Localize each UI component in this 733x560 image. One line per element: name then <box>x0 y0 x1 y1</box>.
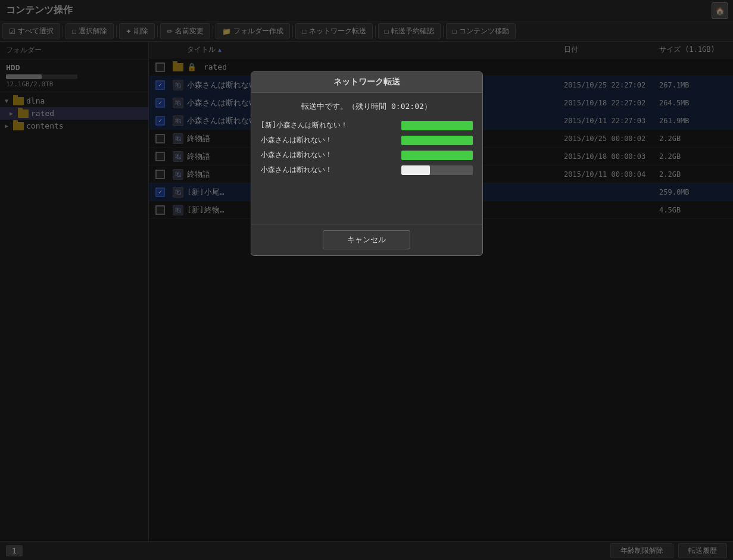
network-transfer-modal: ネットワーク転送 転送中です。（残り時間 0:02:02） [新]小森さんは断れ… <box>251 71 483 256</box>
progress-label: 小森さんは断れない！ <box>261 150 395 160</box>
progress-bar-background <box>401 121 473 130</box>
modal-footer: キャンセル <box>251 224 482 255</box>
progress-bar-background <box>401 165 473 175</box>
modal-spacer <box>261 180 473 215</box>
progress-item: 小森さんは断れない！ <box>261 135 473 145</box>
modal-title: ネットワーク転送 <box>251 72 482 93</box>
modal-body: 転送中です。（残り時間 0:02:02） [新]小森さんは断れない！ 小森さんは… <box>251 93 482 224</box>
modal-overlay: ネットワーク転送 転送中です。（残り時間 0:02:02） [新]小森さんは断れ… <box>0 0 733 560</box>
progress-bar-background <box>401 136 473 145</box>
modal-status: 転送中です。（残り時間 0:02:02） <box>261 101 473 112</box>
progress-bar-fill <box>401 136 473 145</box>
progress-bar-fill <box>401 165 430 175</box>
cancel-button[interactable]: キャンセル <box>323 230 410 249</box>
progress-label: [新]小森さんは断れない！ <box>261 120 395 130</box>
progress-item: [新]小森さんは断れない！ <box>261 120 473 130</box>
progress-bar-fill <box>401 121 473 130</box>
progress-label: 小森さんは断れない！ <box>261 135 395 145</box>
progress-item: 小森さんは断れない！ <box>261 150 473 160</box>
progress-label: 小森さんは断れない！ <box>261 165 395 175</box>
progress-bar-background <box>401 151 473 160</box>
progress-item: 小森さんは断れない！ <box>261 165 473 175</box>
progress-bar-fill <box>401 151 473 160</box>
